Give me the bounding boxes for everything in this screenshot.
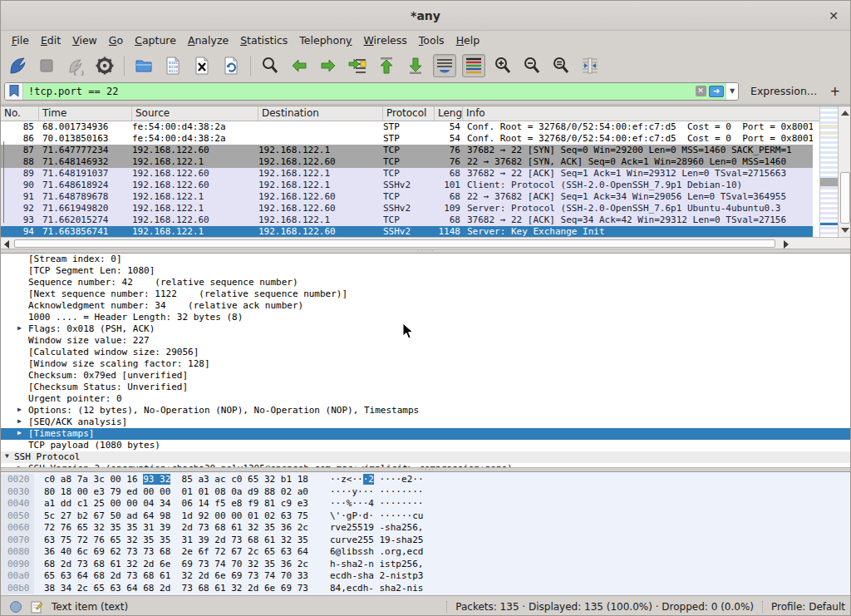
packet-minimap-scrollbar[interactable]: [819, 106, 838, 237]
hex-row-0020[interactable]: 0020c0 a8 7a 3c 00 16 93 32 85 a3 ac c0 …: [1, 474, 851, 486]
hex-bytes[interactable]: 36 40 6c 69 62 73 73 68 2e 6f 72 67 2c 6…: [34, 546, 308, 559]
detail-row[interactable]: Urgent pointer: 0: [1, 393, 851, 405]
ascii-bytes[interactable]: ····y··· ········: [308, 486, 424, 499]
hex-bytes[interactable]: 72 76 65 32 35 35 31 39 2d 73 68 61 32 3…: [34, 522, 308, 535]
go-first-button[interactable]: [375, 54, 398, 77]
menu-tools[interactable]: Tools: [413, 32, 450, 49]
column-header-source[interactable]: Source: [132, 106, 258, 121]
go-to-packet-button[interactable]: [346, 54, 369, 77]
scroll-left-arrow-icon[interactable]: [4, 240, 9, 249]
detail-row[interactable]: ▶Flags: 0x018 (PSH, ACK): [1, 323, 851, 335]
packet-row-85[interactable]: 8568.001734936fe:54:00:d4:38:2aSTP54Conf…: [1, 121, 813, 133]
restart-capture-button[interactable]: [64, 54, 87, 77]
open-file-button[interactable]: [132, 54, 155, 77]
display-filter-field[interactable]: !tcp.port == 22 ✕ ➜ ▼: [4, 82, 739, 101]
menu-capture[interactable]: Capture: [129, 32, 182, 49]
detail-row[interactable]: [TCP Segment Len: 1080]: [1, 265, 851, 277]
detail-row[interactable]: [Stream index: 0]: [1, 254, 851, 265]
collapsed-arrow-icon[interactable]: ▶: [17, 406, 22, 413]
detail-row[interactable]: 1000 .... = Header Length: 32 bytes (8): [1, 312, 851, 323]
column-header-destination[interactable]: Destination: [258, 106, 383, 121]
hex-row-00a0[interactable]: 00a065 63 64 68 2d 73 68 61 32 2d 6e 69 …: [1, 570, 851, 583]
menu-view[interactable]: View: [66, 32, 103, 49]
go-forward-button[interactable]: [317, 54, 340, 77]
hex-row-0080[interactable]: 008036 40 6c 69 62 73 73 68 2e 6f 72 67 …: [1, 546, 851, 559]
column-header-no[interactable]: No.: [1, 106, 39, 121]
collapsed-arrow-icon[interactable]: ▶: [17, 324, 22, 332]
column-header-protocol[interactable]: Protocol: [383, 106, 435, 121]
detail-row[interactable]: Acknowledgment number: 34 (relative ack …: [1, 300, 851, 312]
packet-row-86[interactable]: 8670.013850163fe:54:00:d4:38:2aSTP54Conf…: [1, 133, 813, 145]
ascii-bytes[interactable]: 6@libssh .org,ecd: [308, 546, 424, 559]
ascii-bytes[interactable]: h-sha2-n istp256,: [308, 559, 424, 571]
ascii-bytes[interactable]: ··z<···2 ····e2··: [308, 474, 424, 486]
packet-row-89[interactable]: 8971.648191037192.168.122.60192.168.122.…: [1, 168, 813, 180]
status-profile[interactable]: Profile: Default: [771, 601, 845, 613]
filter-bookmark-button[interactable]: [5, 83, 23, 100]
expression-button[interactable]: Expression…: [750, 85, 817, 97]
scroll-up-arrow-icon[interactable]: [841, 111, 849, 116]
save-file-button[interactable]: 010101100111: [161, 54, 184, 77]
hex-row-0040[interactable]: 0040a1 dd c1 25 00 00 04 34 06 14 f5 e8 …: [1, 498, 851, 510]
ascii-bytes[interactable]: ecdh-sha 2-nistp3: [308, 570, 424, 583]
reload-file-button[interactable]: [219, 54, 243, 77]
zoom-in-button[interactable]: [491, 54, 514, 77]
menu-file[interactable]: File: [6, 32, 35, 49]
packet-row-93[interactable]: 9371.662015274192.168.122.60192.168.122.…: [1, 214, 813, 226]
go-back-button[interactable]: [288, 54, 311, 77]
hex-row-0090[interactable]: 009068 2d 73 68 61 32 2d 6e 69 73 74 70 …: [1, 559, 851, 571]
column-header-length[interactable]: Length: [435, 106, 463, 121]
packet-row-88[interactable]: 8871.648146932192.168.122.1192.168.122.6…: [1, 156, 813, 168]
packet-row-91[interactable]: 9171.648789678192.168.122.1192.168.122.6…: [1, 191, 813, 203]
detail-row[interactable]: ▼SSH Protocol: [1, 451, 851, 463]
horizontal-scrollbar-thumb[interactable]: [14, 239, 775, 248]
packet-row-92[interactable]: 9271.661949820192.168.122.1192.168.122.6…: [1, 203, 813, 214]
detail-row[interactable]: ▶[SEQ/ACK analysis]: [1, 416, 851, 428]
filter-clear-button[interactable]: ✕: [694, 83, 707, 100]
ascii-bytes[interactable]: \'·gP·d· ······cu: [308, 510, 424, 523]
ascii-bytes[interactable]: curve255 19-sha25: [308, 535, 424, 547]
ascii-bytes[interactable]: ···%···4 ········: [308, 498, 424, 510]
column-header-info[interactable]: Info: [463, 106, 838, 121]
packet-list-vertical-scrollbar[interactable]: [838, 106, 851, 237]
collapsed-arrow-icon[interactable]: ▶: [17, 429, 22, 436]
hex-row-0030[interactable]: 003080 18 00 e3 79 ed 00 00 01 01 08 0a …: [1, 486, 851, 499]
expert-info-icon[interactable]: [9, 600, 22, 614]
packet-row-87[interactable]: 8771.647777234192.168.122.60192.168.122.…: [1, 145, 813, 156]
expanded-arrow-icon[interactable]: ▼: [5, 452, 9, 460]
hex-row-0070[interactable]: 007063 75 72 76 65 32 35 35 31 39 2d 73 …: [1, 535, 851, 547]
menu-statistics[interactable]: Statistics: [234, 32, 293, 49]
menu-help[interactable]: Help: [450, 32, 486, 49]
detail-row[interactable]: [Window size scaling factor: 128]: [1, 358, 851, 370]
menu-wireless[interactable]: Wireless: [358, 32, 413, 49]
filter-history-dropdown[interactable]: ▼: [726, 83, 738, 100]
menu-edit[interactable]: Edit: [35, 32, 66, 49]
detail-row[interactable]: [Calculated window size: 29056]: [1, 347, 851, 358]
collapsed-arrow-icon[interactable]: ▶: [17, 417, 22, 425]
add-filter-button[interactable]: +: [824, 84, 845, 99]
capture-options-button[interactable]: [93, 54, 116, 77]
packet-row-94[interactable]: 9471.663856741192.168.122.1192.168.122.6…: [1, 226, 813, 238]
vertical-scrollbar-thumb[interactable]: [840, 172, 850, 224]
auto-scroll-button[interactable]: [433, 54, 456, 77]
hex-bytes[interactable]: 65 63 64 68 2d 73 68 61 32 2d 6e 69 73 7…: [34, 570, 308, 583]
detail-row[interactable]: TCP payload (1080 bytes): [1, 440, 851, 451]
detail-row[interactable]: ▶[Timestamps]: [1, 428, 851, 440]
detail-row[interactable]: ▶Options: (12 bytes), No-Operation (NOP)…: [1, 405, 851, 416]
hex-bytes[interactable]: 38 34 2c 65 63 64 68 2d 73 68 61 32 2d 6…: [34, 583, 308, 595]
start-capture-button[interactable]: [6, 54, 29, 77]
close-file-button[interactable]: [190, 54, 214, 77]
hex-row-00b0[interactable]: 00b038 34 2c 65 63 64 68 2d 73 68 61 32 …: [1, 583, 851, 595]
stop-capture-button[interactable]: [35, 54, 58, 77]
scroll-down-arrow-icon[interactable]: [841, 228, 849, 233]
capture-comment-icon[interactable]: [31, 600, 43, 614]
zoom-out-button[interactable]: [520, 54, 544, 77]
colorize-button[interactable]: [462, 54, 485, 77]
menu-telephony[interactable]: Telephony: [293, 32, 357, 49]
ascii-bytes[interactable]: 84,ecdh- sha2-nis: [308, 583, 424, 595]
detail-row[interactable]: [Next sequence number: 1122 (relative se…: [1, 288, 851, 300]
column-header-time[interactable]: Time: [39, 106, 132, 121]
display-filter-input[interactable]: !tcp.port == 22: [23, 83, 694, 100]
hex-bytes[interactable]: a1 dd c1 25 00 00 04 34 06 14 f5 e8 f9 8…: [34, 498, 308, 510]
hex-bytes[interactable]: 5c 27 b2 67 50 ad 64 98 1d 92 00 00 01 0…: [34, 510, 308, 523]
